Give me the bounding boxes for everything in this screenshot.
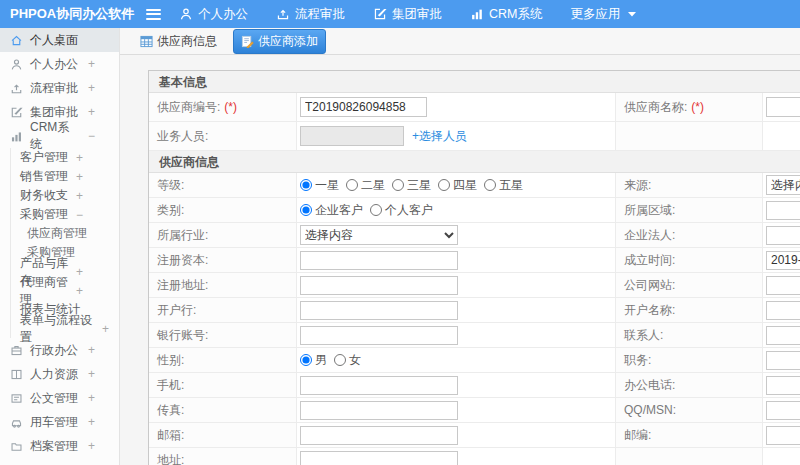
field-label: 办公电话: (624, 377, 675, 394)
grade-radio-option[interactable]: 三星 (392, 177, 431, 194)
field-label-cell: QQ/MSN: (616, 398, 763, 422)
sidebar-item-partial-item[interactable] (0, 458, 119, 465)
required-marker: (*) (224, 100, 237, 114)
sidebar-item-human-resources[interactable]: 人力资源+ (0, 362, 119, 386)
position-input[interactable] (766, 351, 800, 370)
field-label-cell: 成立时间: (616, 248, 763, 272)
registered-address-input[interactable] (300, 276, 458, 295)
sidebar-item-vehicle-mgmt[interactable]: 用车管理+ (0, 410, 119, 434)
grade-radio[interactable] (300, 179, 312, 191)
field-label-cell: 等级: (149, 173, 297, 197)
grade-radio-option[interactable]: 一星 (300, 177, 339, 194)
field-value-cell (763, 122, 800, 150)
nav-item-process-approval[interactable]: 流程审批 (276, 6, 345, 23)
fax-input[interactable] (300, 401, 458, 420)
category-radio[interactable] (300, 204, 312, 216)
tab-supplier-add[interactable]: 供应商添加 (233, 29, 326, 54)
sidebar-item-label: 客户管理 (20, 149, 68, 166)
form-row: 类别:企业客户个人客户所属区域: (149, 198, 800, 223)
mobile-input[interactable] (300, 376, 458, 395)
grade-radio-option[interactable]: 二星 (346, 177, 385, 194)
radio-label: 个人客户 (385, 202, 433, 219)
sidebar-item-admin-office[interactable]: 行政办公+ (0, 338, 119, 362)
gender-radio[interactable] (300, 354, 312, 366)
nav-item-crm-system[interactable]: CRM系统 (470, 6, 542, 23)
field-label-cell: 注册地址: (149, 273, 297, 297)
sidebar-item-label: 财务收支 (20, 187, 68, 204)
sidebar-item-personal-office[interactable]: 个人办公+ (0, 52, 119, 76)
sidebar-item-finance[interactable]: 财务收支+ (0, 186, 119, 205)
sidebar-item-archive-mgmt[interactable]: 档案管理+ (0, 434, 119, 458)
grade-radio[interactable] (438, 179, 450, 191)
field-label: 供应商编号: (157, 99, 220, 116)
email-input[interactable] (300, 426, 458, 445)
grade-radio[interactable] (484, 179, 496, 191)
nav-item-personal-office[interactable]: 个人办公 (179, 6, 248, 23)
address-input[interactable] (300, 451, 458, 465)
sidebar-item-document-mgmt[interactable]: 公文管理+ (0, 386, 119, 410)
business-staff-input[interactable] (300, 126, 404, 146)
expand-indicator: + (88, 415, 95, 429)
company-website-input[interactable] (766, 276, 800, 295)
legal-person-input[interactable] (766, 226, 800, 245)
contact-person-input[interactable] (766, 326, 800, 345)
field-value-cell: 选择内容 (763, 173, 800, 197)
field-label-cell: 来源: (616, 173, 763, 197)
sidebar-item-sales-mgmt[interactable]: 销售管理+ (0, 167, 119, 186)
field-value-cell (297, 373, 616, 397)
sidebar-item-process-approval[interactable]: 流程审批+ (0, 76, 119, 100)
sidebar-item-purchase-mgmt[interactable]: 采购管理− (0, 205, 119, 224)
bank-account-input[interactable] (300, 326, 458, 345)
sidebar-item-customer-mgmt[interactable]: 客户管理+ (0, 148, 119, 167)
grade-radio[interactable] (346, 179, 358, 191)
account-name-input[interactable] (766, 301, 800, 320)
gender-radio-group: 男女 (300, 352, 368, 369)
gender-radio[interactable] (334, 354, 346, 366)
sidebar-item-agent-mgmt[interactable]: 代理商管理+ (0, 281, 119, 300)
nav-item-label: CRM系统 (489, 6, 542, 23)
registered-capital-input[interactable] (300, 251, 458, 270)
sidebar-item-form-process-settings[interactable]: 表单与流程设置+ (0, 319, 119, 338)
gender-radio-option[interactable]: 男 (300, 352, 327, 369)
field-label-cell: 所属行业: (149, 223, 297, 247)
grade-radio-option[interactable]: 四星 (438, 177, 477, 194)
postcode-input[interactable] (766, 426, 800, 445)
category-radio[interactable] (370, 204, 382, 216)
category-radio-option[interactable]: 个人客户 (370, 202, 433, 219)
gender-radio-option[interactable]: 女 (334, 352, 361, 369)
industry-select[interactable]: 选择内容 (300, 225, 458, 245)
supplier-name-input[interactable] (766, 97, 800, 117)
expand-indicator: + (88, 57, 95, 71)
bank-branch-input[interactable] (300, 301, 458, 320)
grade-radio-option[interactable]: 五星 (484, 177, 523, 194)
radio-label: 五星 (499, 177, 523, 194)
expand-indicator: + (76, 265, 83, 279)
field-label: 业务人员: (157, 128, 208, 145)
office-phone-input[interactable] (766, 376, 800, 395)
sidebar-item-personal-desktop[interactable]: 个人桌面 (0, 28, 119, 52)
field-label-cell: 银行账号: (149, 323, 297, 347)
sidebar-item-label: 供应商管理 (27, 225, 87, 242)
field-label: 注册资本: (157, 252, 208, 269)
nav-item-more-apps[interactable]: 更多应用 (570, 6, 636, 23)
tab-supplier-info[interactable]: 供应商信息 (133, 30, 224, 53)
category-radio-option[interactable]: 企业客户 (300, 202, 363, 219)
field-value-cell (763, 223, 800, 247)
supplier-code-input[interactable] (300, 97, 427, 117)
sidebar-item-crm-system[interactable]: CRM系统− (0, 124, 119, 148)
field-label: 注册地址: (157, 277, 208, 294)
expand-indicator: − (88, 129, 95, 143)
grade-radio[interactable] (392, 179, 404, 191)
field-label-cell: 类别: (149, 198, 297, 222)
field-label-cell: 联系人: (616, 323, 763, 347)
select-staff-link[interactable]: +选择人员 (412, 128, 467, 145)
sidebar-item-supplier-mgmt[interactable]: 供应商管理 (0, 224, 119, 243)
source-select[interactable]: 选择内容 (766, 175, 800, 195)
qq-msn-input[interactable] (766, 401, 800, 420)
menu-toggle-icon[interactable] (146, 9, 161, 20)
radio-label: 四星 (453, 177, 477, 194)
nav-item-group-approval[interactable]: 集团审批 (373, 6, 442, 23)
region-input[interactable] (766, 201, 800, 220)
founding-date-input[interactable] (766, 251, 800, 270)
field-label-cell: 所属区域: (616, 198, 763, 222)
